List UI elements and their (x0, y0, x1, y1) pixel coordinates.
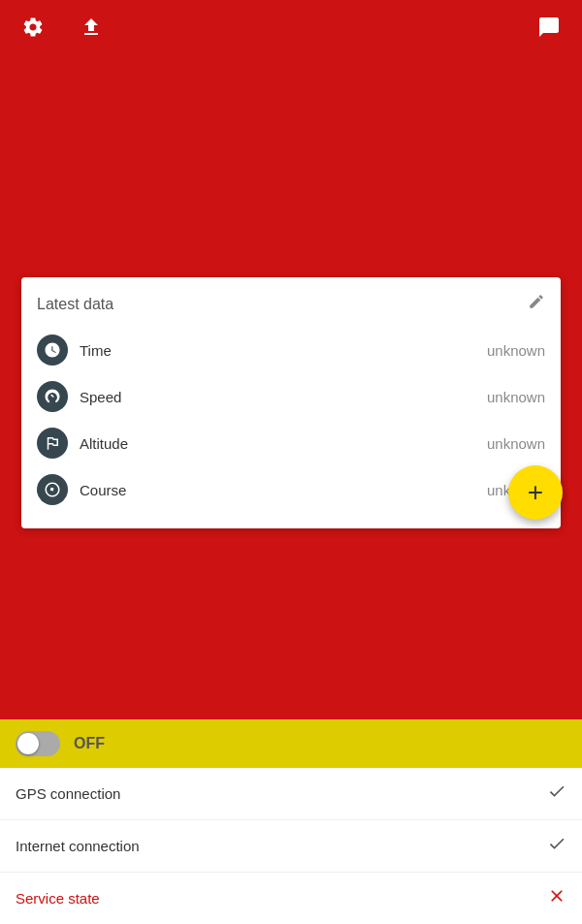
time-row-left: Time (37, 335, 112, 366)
card-title: Latest data (37, 296, 113, 313)
altitude-value: unknown (487, 435, 545, 452)
gps-status-row: GPS connection (0, 768, 582, 820)
speed-label: Speed (80, 389, 121, 405)
altitude-label: Altitude (80, 435, 128, 452)
altitude-row-left: Altitude (37, 428, 128, 459)
top-bar-left (16, 10, 109, 45)
fab-add-button[interactable]: + (508, 465, 563, 520)
course-label: Course (80, 482, 126, 498)
internet-status-label: Internet connection (16, 838, 140, 854)
chat-button[interactable] (532, 10, 566, 45)
toggle-state-label: OFF (74, 735, 105, 752)
speedometer-icon (37, 381, 68, 412)
upload-button[interactable] (74, 10, 109, 45)
service-status-label: Service state (16, 890, 100, 907)
top-bar (0, 0, 582, 54)
gps-status-label: GPS connection (16, 785, 120, 802)
altitude-row: Altitude unknown (37, 420, 545, 466)
service-error-icon (547, 886, 566, 910)
bottom-panel: OFF GPS connection Internet connection S… (0, 719, 582, 924)
course-row: Course unknown (37, 466, 545, 513)
time-value: unknown (487, 342, 545, 359)
internet-check-icon (547, 834, 566, 858)
altitude-icon (37, 428, 68, 459)
speed-row: Speed unknown (37, 373, 545, 420)
latest-data-card: Latest data Time unknown (21, 277, 561, 528)
clock-icon (37, 335, 68, 366)
internet-status-row: Internet connection (0, 820, 582, 873)
map-area: Latest data Time unknown (0, 54, 582, 714)
settings-button[interactable] (16, 10, 50, 45)
service-toggle[interactable] (16, 731, 60, 756)
compass-icon (37, 474, 68, 505)
card-header: Latest data (37, 293, 545, 315)
toggle-bar: OFF (0, 719, 582, 768)
course-row-left: Course (37, 474, 126, 505)
toggle-knob (17, 733, 39, 754)
fab-plus-icon: + (528, 477, 543, 508)
edit-icon[interactable] (528, 293, 545, 315)
speed-value: unknown (487, 389, 545, 405)
time-label: Time (80, 342, 112, 359)
time-row: Time unknown (37, 327, 545, 373)
speed-row-left: Speed (37, 381, 121, 412)
gps-check-icon (547, 781, 566, 806)
service-status-row: Service state (0, 873, 582, 924)
